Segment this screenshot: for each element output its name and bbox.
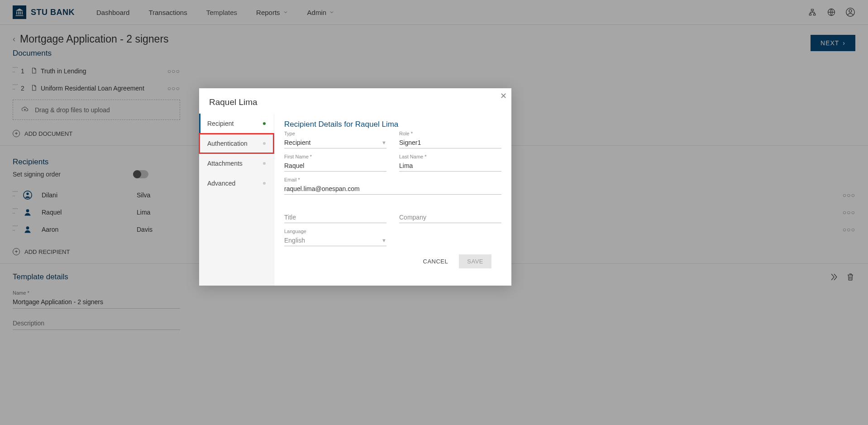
field-label: Language	[284, 229, 386, 234]
first-name-field[interactable]: First Name * Raquel	[284, 154, 386, 172]
dropdown-caret-icon: ▼	[382, 238, 386, 243]
tab-label: Authentication	[207, 140, 248, 147]
field-label: Email *	[284, 177, 501, 182]
tab-authentication[interactable]: Authentication	[199, 134, 274, 153]
email-field[interactable]: Email * raquel.lima@onespan.com	[284, 177, 501, 195]
modal-title: Raquel Lima	[199, 88, 511, 114]
last-name-field[interactable]: Last Name * Lima	[399, 154, 501, 172]
field-label: Role *	[399, 131, 501, 136]
modal-side-tabs: Recipient Authentication Attachments Adv…	[199, 114, 274, 286]
recipient-modal: ✕ Raquel Lima Recipient Authentication A…	[199, 88, 511, 286]
status-dot-icon	[263, 162, 266, 165]
tab-label: Advanced	[207, 180, 235, 187]
close-icon[interactable]: ✕	[500, 91, 507, 101]
field-value: Raquel	[284, 162, 304, 169]
field-value: English	[284, 237, 305, 244]
status-dot-icon	[263, 182, 266, 185]
tab-recipient[interactable]: Recipient	[199, 114, 274, 134]
role-field[interactable]: Role * Signer1	[399, 131, 501, 148]
field-placeholder: Company	[399, 214, 426, 221]
type-field[interactable]: Type Recipient▼	[284, 131, 386, 148]
form-heading: Recipient Details for Raquel Lima	[284, 120, 501, 129]
field-label: Type	[284, 131, 386, 136]
tab-label: Recipient	[207, 120, 234, 127]
language-field[interactable]: Language English▼	[284, 229, 386, 246]
field-label: Last Name *	[399, 154, 501, 159]
cancel-button[interactable]: CANCEL	[419, 254, 453, 268]
dropdown-caret-icon: ▼	[382, 140, 386, 145]
field-value: Lima	[399, 162, 413, 169]
company-field[interactable]: Company	[399, 212, 501, 223]
status-dot-icon	[263, 122, 266, 125]
field-placeholder: Title	[284, 214, 296, 221]
field-value: Signer1	[399, 139, 421, 146]
save-button[interactable]: SAVE	[459, 254, 491, 268]
tab-attachments[interactable]: Attachments	[199, 153, 274, 173]
title-field[interactable]: Title	[284, 212, 386, 223]
field-value: raquel.lima@onespan.com	[284, 185, 360, 192]
tab-label: Attachments	[207, 160, 243, 167]
tab-advanced[interactable]: Advanced	[199, 173, 274, 193]
field-value: Recipient	[284, 139, 310, 146]
status-dot-icon	[263, 142, 266, 145]
field-label: First Name *	[284, 154, 386, 159]
modal-form: Recipient Details for Raquel Lima Type R…	[274, 114, 511, 286]
